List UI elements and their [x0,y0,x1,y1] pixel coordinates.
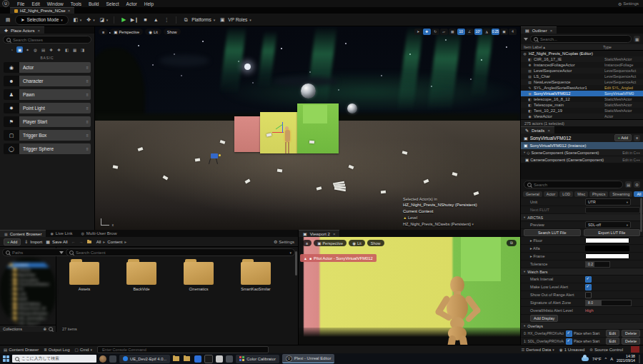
import-button[interactable]: ⇩Import [24,239,42,244]
menu-item[interactable]: Build [85,1,102,6]
details-gear-icon[interactable]: ⚙ [634,181,640,188]
floor-color-swatch[interactable] [585,238,629,243]
outliner-tab[interactable]: ▤ Outliner × [521,26,557,34]
add-component-button[interactable]: + + AddAdd [614,134,632,141]
category-icon[interactable]: ◨ [79,46,86,53]
checkbox[interactable] [585,276,592,283]
more-options-icon[interactable]: ⋮ [163,16,170,24]
drag-grip-icon[interactable]: ⠿ [86,93,89,97]
search-lut-button[interactable]: Search LUT File [524,229,581,236]
menu-item[interactable]: Tools [67,1,85,6]
tool-icon[interactable]: ◮ [483,29,491,35]
category-icon[interactable]: ✚ [48,46,54,53]
eject-button[interactable]: ▲ [152,16,159,24]
place-actor-item[interactable]: ♟ Pawn⠿ [4,89,91,100]
checkbox[interactable] [566,338,572,345]
outliner-search[interactable] [530,35,632,43]
details-category-tab[interactable]: All [634,191,643,197]
panel-tab[interactable]: ▦ Content Browser [0,230,46,237]
terminal-icon[interactable] [204,355,213,363]
unsaved-button[interactable]: ◉1 Unsaved [559,348,585,352]
outliner-row[interactable]: ▤ LS_Char LevelSequenceAct [521,74,643,79]
section-overlays[interactable]: Overlays [521,323,643,330]
red-calibration-board[interactable] [234,116,260,152]
folder-icon[interactable] [173,356,179,361]
tool-icon[interactable]: 10 [457,29,465,35]
stop-icon[interactable]: ■ [309,256,311,261]
mannequin-actor[interactable] [283,126,291,159]
lit-dropdown[interactable]: ◉Lit [349,240,365,246]
details-category-tab[interactable]: LOD [559,191,573,197]
search-input[interactable] [13,38,88,42]
menu-item[interactable]: Window [44,1,67,6]
outliner-row[interactable]: ◧ Tent_10_22_19 StaticMeshActor [521,108,643,113]
details-scrollbar[interactable] [640,198,642,232]
chrome-sphere[interactable] [347,103,357,113]
tool-icon[interactable]: ↻ [432,29,439,35]
tool-icon[interactable]: ✥ [423,29,431,35]
search-input[interactable] [76,251,287,255]
place-actor-item[interactable]: ◯ Trigger Sphere⠿ [4,143,91,154]
show-dropdown[interactable]: Show [164,29,181,35]
tree-row[interactable]: ▸ MASTERIAL [0,301,56,306]
skip-button[interactable]: ▶❙ [131,16,138,24]
yellow-calibration-board[interactable] [260,112,297,153]
unit-dropdown[interactable]: UTR [585,198,631,206]
place-actor-item[interactable]: ◉ Actor⠿ [4,62,91,73]
category-icon[interactable]: ◍ [32,46,39,53]
chrome-sphere[interactable] [301,84,316,98]
card-stack[interactable] [333,182,347,191]
app-icon[interactable] [109,355,116,363]
search-icon[interactable] [49,327,53,331]
outliner-settings-icon[interactable]: ▦ [634,36,640,42]
tool-icon[interactable]: 0.25 [492,29,499,35]
instance-row[interactable]: ▣ SonyVirtualVFM012 (Instance) [521,142,643,149]
alert-level-value[interactable]: High [585,308,640,313]
export-lut-button[interactable]: Export LUT File [584,229,641,236]
settings-link[interactable]: ⚙ Settings [618,1,643,6]
category-icon[interactable]: ❖ [56,46,62,53]
main-viewport[interactable]: Selected Actor(s) in HZ_Night_Previs_NSh… [95,26,520,230]
avatar[interactable] [99,355,106,363]
back-icon[interactable]: ← [71,240,76,244]
drag-grip-icon[interactable]: ⠿ [86,120,89,124]
cb-settings-button[interactable]: ⚙Settings [274,239,294,244]
tool-icon[interactable]: ▦ [449,29,457,35]
tool-icon[interactable]: ▣ [500,29,508,35]
tree-row[interactable]: ▸ Mhyscreens_M [0,306,56,311]
collections-row[interactable]: Collections ⊕ [0,325,56,332]
viewport-2-panel[interactable]: ▣ Viewport 2 × ≡ ▣Pe [299,230,520,345]
lit-dropdown[interactable]: ◉Lit [145,29,161,35]
search-input[interactable] [534,183,619,187]
add-display-button[interactable]: Add Display [530,315,558,322]
folder-icon[interactable] [184,356,190,361]
content-drawer-button[interactable]: ▤Content Drawer [4,348,39,352]
close-icon[interactable]: × [37,29,40,33]
details-menu-icon[interactable]: ≡ [634,135,640,141]
close-icon[interactable]: × [333,232,336,236]
details-filter-icon[interactable]: ▤ [625,181,632,188]
pilot-camera-view[interactable]: ≡ ▣Perspective ◉Lit Show ⧉ ▲ ■ Pilot Act… [299,237,520,345]
show-dropdown[interactable]: Show [367,240,384,246]
maximize-icon[interactable]: ⧉ [507,240,517,246]
close-icon[interactable]: × [68,9,71,13]
expand-arrow-icon[interactable]: ▾ [524,151,525,154]
tool-icon[interactable]: 10° [474,29,482,35]
checkbox[interactable] [585,284,592,290]
cb-scrollbar[interactable] [295,251,297,275]
outliner-row[interactable]: ▤ NewLevelSequence LevelSequenceAct [521,79,643,85]
save-all-button[interactable]: ▦Save All [46,239,67,244]
ime-indicator[interactable]: A [610,357,613,361]
section-watch-bars[interactable]: Watch Bars [521,268,643,275]
tree-row[interactable]: ▸ MS_DebrisMesterle [0,316,56,321]
outliner-row[interactable]: ✎ SYL_AngledSorteRastActor1 Edit SYL_Ang… [521,85,643,91]
tree-row[interactable]: ▸ BackVide [0,272,56,277]
tolerance-input[interactable]: 0.2 [585,261,610,268]
edit-button[interactable]: Edit [606,338,619,345]
details-category-tab[interactable]: Streaming [609,191,632,197]
outliner-row[interactable]: ◍ HZ_Night_Previs_NCoplas (Editor) [521,51,643,56]
outliner-row[interactable]: ❋ InstancedFoliageActor InstancedFoliage [521,62,643,68]
alfa-color-swatch[interactable] [585,246,629,251]
signature-slider[interactable]: 8.0 [585,300,632,306]
level-value[interactable]: HZ_Night_Previs_NCwebs (Persistent) ▾ [403,221,512,228]
